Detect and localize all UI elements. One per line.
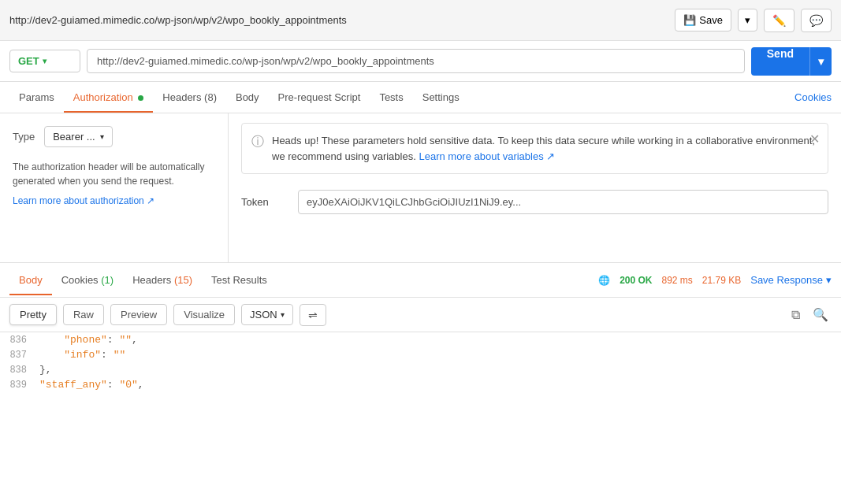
token-label: Token [241,196,288,208]
type-chevron-icon: ▾ [100,132,104,141]
code-area: 836 "phone": "", 837 "info": "" 838 }, 8… [0,332,841,403]
globe-icon: 🌐 [598,275,610,286]
edit-button[interactable]: ✏️ [764,9,794,32]
alert-box: ⓘ Heads up! These parameters hold sensit… [241,123,828,174]
tab-prerequest[interactable]: Pre-request Script [269,83,370,113]
save-button[interactable]: 💾 Save [675,9,731,32]
headers-count: (15) [174,274,192,286]
comment-button[interactable]: 💬 [801,9,832,32]
copy-button[interactable]: ⧉ [788,304,803,325]
status-time: 892 ms [661,275,692,286]
view-raw-button[interactable]: Raw [63,304,104,325]
url-bar: http://dev2-guiamed.mimedic.co/wp-json/w… [0,0,841,41]
token-row: Token [241,190,828,214]
format-select[interactable]: JSON ▾ [241,304,293,325]
wrap-button[interactable]: ⇌ [300,304,326,326]
search-button[interactable]: 🔍 [809,304,832,325]
cookies-link[interactable]: Cookies [794,91,832,103]
resp-tab-headers[interactable]: Headers (15) [123,266,202,295]
alert-close-icon[interactable]: ✕ [809,132,820,146]
request-bar: GET ▾ Send ▾ [0,41,841,82]
save-response-button[interactable]: Save Response ▾ [750,274,832,286]
save-response-chevron-icon: ▾ [826,274,832,286]
method-chevron-icon: ▾ [43,57,47,65]
alert-learn-more-link[interactable]: Learn more about variables ↗ [419,150,555,162]
auth-type-row: Type Bearer ... ▾ [13,126,215,147]
view-pretty-button[interactable]: Pretty [9,304,57,325]
token-input[interactable] [298,190,828,214]
alert-content: Heads up! These parameters hold sensitiv… [272,133,818,164]
learn-more-link[interactable]: Learn more about authorization ↗ [13,195,154,206]
tab-tests[interactable]: Tests [370,83,412,113]
method-select[interactable]: GET ▾ [9,50,80,72]
auth-helper-text: The authorization header will be automat… [13,160,215,188]
save-icon: 💾 [683,14,696,26]
tab-body[interactable]: Body [226,83,269,113]
format-bar-right: ⧉ 🔍 [788,304,832,325]
type-value: Bearer ... [53,131,95,143]
tab-authorization[interactable]: Authorization [64,83,154,113]
send-label: Send [751,47,810,76]
request-tabs: Params Authorization Headers (8) Body Pr… [0,82,841,113]
code-line-837: 837 "info": "" [0,347,841,362]
type-select[interactable]: Bearer ... ▾ [44,126,112,147]
code-line-836: 836 "phone": "", [0,332,841,347]
tab-settings[interactable]: Settings [413,83,469,113]
auth-right-panel: ⓘ Heads up! These parameters hold sensit… [229,113,841,262]
format-chevron-icon: ▾ [281,310,285,319]
url-bar-text: http://dev2-guiamed.mimedic.co/wp-json/w… [9,14,675,26]
view-preview-button[interactable]: Preview [110,304,167,325]
send-arrow-icon[interactable]: ▾ [810,47,832,76]
resp-tab-test-results[interactable]: Test Results [202,266,277,295]
format-value: JSON [250,309,277,321]
url-input[interactable] [87,49,745,73]
authorization-dot [138,95,143,101]
view-visualize-button[interactable]: Visualize [173,304,235,325]
auth-left-panel: Type Bearer ... ▾ The authorization head… [0,113,229,262]
send-button[interactable]: Send ▾ [751,47,832,76]
resp-tab-cookies[interactable]: Cookies (1) [52,266,123,295]
response-tabs: Body Cookies (1) Headers (15) Test Resul… [0,263,841,298]
save-label: Save [699,14,723,26]
type-label: Type [13,131,35,143]
chevron-down-icon: ▾ [745,14,750,26]
save-dropdown-button[interactable]: ▾ [738,9,757,32]
cookies-count: (1) [101,274,113,286]
main-content: Type Bearer ... ▾ The authorization head… [0,113,841,263]
alert-text: Heads up! These parameters hold sensitiv… [272,135,815,162]
status-size: 21.79 KB [702,275,741,286]
url-bar-actions: 💾 Save ▾ ✏️ 💬 [675,9,832,32]
tab-params[interactable]: Params [9,83,64,113]
response-status-area: 🌐 200 OK 892 ms 21.79 KB Save Response ▾ [598,274,832,286]
resp-tab-body[interactable]: Body [9,266,52,295]
status-ok: 200 OK [620,275,652,286]
headers-count: (8) [204,91,217,103]
code-line-839: 839 "staff_any": "0", [0,377,841,392]
info-icon: ⓘ [251,134,264,150]
code-line-838: 838 }, [0,362,841,377]
tab-headers[interactable]: Headers (8) [153,83,226,113]
method-value: GET [18,55,39,67]
format-bar: Pretty Raw Preview Visualize JSON ▾ ⇌ ⧉ … [0,298,841,332]
